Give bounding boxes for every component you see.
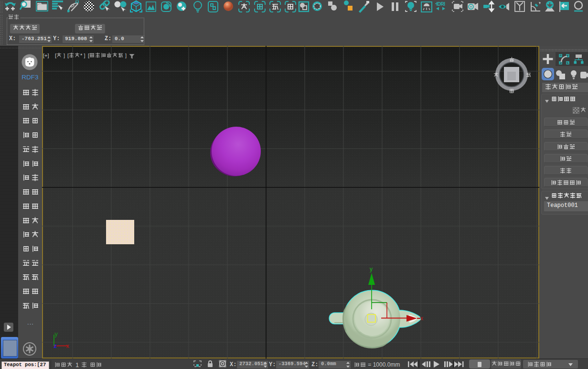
svg-text:x: x [420, 315, 423, 322]
svg-text:x: x [66, 343, 69, 350]
svg-text:y: y [54, 331, 58, 338]
svg-text:y: y [370, 266, 373, 272]
svg-text:z: z [53, 343, 57, 350]
svg-text:HDRI: HDRI [435, 1, 445, 7]
